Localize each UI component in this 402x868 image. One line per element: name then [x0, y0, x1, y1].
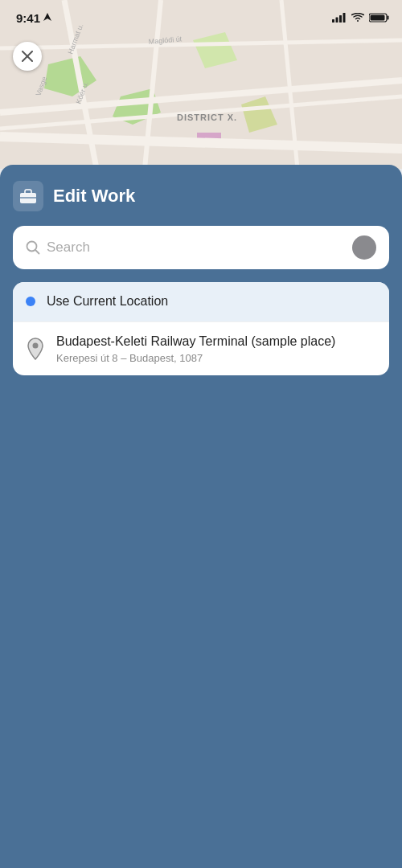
current-location-title: Use Current Location: [47, 293, 376, 310]
current-location-item[interactable]: Use Current Location: [13, 282, 389, 321]
svg-rect-22: [343, 13, 346, 23]
place-title: Budapest-Keleti Railway Terminal (sample…: [56, 334, 376, 350]
close-button[interactable]: [13, 42, 42, 71]
svg-rect-19: [332, 19, 334, 23]
status-icons: [332, 13, 389, 23]
svg-rect-24: [388, 16, 389, 20]
status-time: 9:41: [16, 11, 51, 25]
search-placeholder: Search: [47, 240, 346, 256]
svg-rect-25: [371, 15, 385, 21]
place-subtitle: Kerepesi út 8 – Budapest, 1087: [56, 352, 376, 364]
pin-icon: [27, 338, 44, 360]
place-result-item[interactable]: Budapest-Keleti Railway Terminal (sample…: [13, 321, 389, 375]
svg-rect-20: [336, 18, 338, 23]
map-view: DISTRICT X. Harmat u. Vasge Köér u. Magl…: [0, 0, 402, 169]
search-bar[interactable]: Search: [13, 226, 389, 269]
magnifier-icon: [26, 240, 40, 255]
close-icon: [22, 51, 33, 62]
sheet-icon-wrap: [13, 181, 43, 211]
svg-rect-21: [339, 15, 342, 23]
svg-line-31: [35, 250, 39, 254]
user-avatar: [352, 235, 376, 260]
current-location-dot: [26, 297, 35, 306]
place-text-wrap: Budapest-Keleti Railway Terminal (sample…: [56, 334, 376, 364]
sheet-title: Edit Work: [53, 186, 135, 207]
briefcase-icon: [19, 188, 37, 204]
results-card: Use Current Location Budapest-Keleti Rai…: [13, 282, 389, 375]
svg-point-32: [33, 342, 39, 348]
signal-icon: [332, 13, 347, 23]
place-pin-icon: [26, 338, 45, 360]
location-arrow-icon: [43, 13, 51, 23]
battery-icon: [369, 13, 389, 23]
status-bar: 9:41: [0, 0, 402, 35]
sheet-header: Edit Work: [13, 181, 389, 211]
wifi-icon: [351, 13, 364, 23]
current-location-text: Use Current Location: [47, 293, 376, 310]
bottom-sheet: Edit Work Search Use Current Location: [0, 165, 402, 868]
svg-text:DISTRICT X.: DISTRICT X.: [177, 113, 237, 122]
svg-marker-18: [43, 13, 51, 21]
time-display: 9:41: [16, 11, 40, 25]
search-icon: [26, 240, 40, 255]
